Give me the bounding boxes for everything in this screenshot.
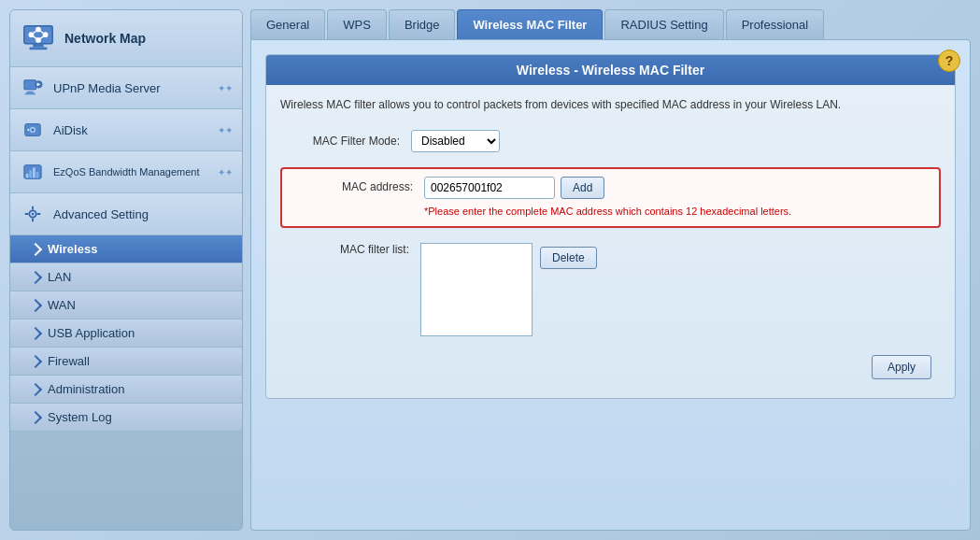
sidebar-item-label-advanced: Advanced Setting [53,207,233,221]
sidebar-item-administration[interactable]: Administration [10,376,242,404]
sidebar-item-ezqos[interactable]: EzQoS Bandwidth Management ✦✦ [10,151,242,193]
svg-rect-2 [30,48,48,50]
mac-filter-list-box[interactable] [420,243,533,336]
admin-arrow-icon [29,382,42,395]
sidebar-item-label-usb: USB Application [48,326,233,340]
aidisk-icon [20,117,46,143]
mac-error-text: *Please enter the complete MAC address w… [424,205,791,219]
tab-professional[interactable]: Professional [726,9,825,39]
tab-general[interactable]: General [250,9,325,39]
sidebar-item-label-network-map: Network Map [64,31,146,46]
svg-point-18 [32,129,35,132]
sidebar-item-advanced-setting[interactable]: Advanced Setting [10,193,242,235]
inner-panel: Wireless - Wireless MAC Filter Wireless … [265,54,956,399]
svg-rect-11 [24,80,36,90]
tab-radius-setting[interactable]: RADIUS Setting [604,9,723,39]
wan-arrow-icon [29,298,42,311]
sidebar-item-label-lan: LAN [48,270,233,284]
panel-title: Wireless - Wireless MAC Filter [266,55,955,85]
mac-filter-mode-select[interactable]: Disabled Accept Reject [411,130,500,152]
mac-address-row: MAC address: Add *Please enter the compl… [280,167,941,228]
apply-button[interactable]: Apply [872,355,931,379]
svg-rect-13 [25,93,36,95]
sidebar-item-firewall[interactable]: Firewall [10,348,242,376]
svg-rect-22 [29,170,32,178]
svg-rect-1 [33,44,43,48]
content-panel: ? Wireless - Wireless MAC Filter Wireles… [250,39,971,531]
mac-address-label: MAC address: [293,177,424,193]
delete-button[interactable]: Delete [540,247,597,269]
mac-input-area: Add *Please enter the complete MAC addre… [424,177,791,219]
svg-rect-24 [36,172,39,178]
ezqos-stars: ✦✦ [218,167,233,178]
sidebar-item-label-wireless: Wireless [48,242,233,256]
syslog-arrow-icon [29,410,42,423]
usb-arrow-icon [29,326,42,339]
mac-input-row: Add [424,177,791,199]
tabs-bar: General WPS Bridge Wireless MAC Filter R… [250,9,971,39]
sidebar-item-label-upnp: UPnP Media Server [53,81,210,95]
upnp-stars: ✦✦ [218,83,233,93]
mac-filter-list-label: MAC filter list: [290,243,420,256]
sidebar-item-label-firewall: Firewall [48,354,233,368]
ezqos-icon [20,159,46,185]
sidebar-item-wan[interactable]: WAN [10,291,242,320]
sidebar-item-upnp[interactable]: UPnP Media Server ✦✦ [10,67,242,109]
upnp-icon [20,75,46,101]
main-content: General WPS Bridge Wireless MAC Filter R… [250,9,971,531]
lan-arrow-icon [29,270,42,283]
svg-rect-23 [33,167,36,178]
sidebar-item-usb-application[interactable]: USB Application [10,320,242,348]
add-button[interactable]: Add [561,177,604,199]
aidisk-stars: ✦✦ [218,125,233,135]
mac-list-area: Delete [420,243,597,336]
sidebar-item-label-ezqos: EzQoS Bandwidth Management [53,166,210,178]
firewall-arrow-icon [29,354,42,367]
sidebar-item-aidisk[interactable]: AiDisk ✦✦ [10,109,242,151]
sidebar-item-network-map[interactable]: Network Map [10,10,242,67]
tools-icon [20,201,46,227]
help-icon[interactable]: ? [938,50,960,72]
mac-filter-mode-row: MAC Filter Mode: Disabled Accept Reject [280,124,941,158]
network-map-icon [20,20,57,57]
sidebar-item-label-aidisk: AiDisk [53,123,210,137]
sidebar-item-wireless[interactable]: Wireless [10,235,242,263]
mac-filter-list-row: MAC filter list: Delete [280,237,941,342]
sidebar-item-system-log[interactable]: System Log [10,404,242,432]
mac-filter-mode-label: MAC Filter Mode: [280,135,411,148]
tab-wps[interactable]: WPS [327,9,387,39]
mac-address-input[interactable] [424,177,555,199]
tab-wireless-mac-filter[interactable]: Wireless MAC Filter [457,9,603,39]
sidebar-item-label-wan: WAN [48,298,233,312]
tab-bridge[interactable]: Bridge [389,9,456,39]
sidebar-item-label-admin: Administration [48,382,233,396]
svg-point-19 [28,129,30,131]
panel-body: Wireless MAC filter allows you to contro… [266,85,955,398]
wireless-arrow-icon [29,242,42,255]
apply-row: Apply [280,351,941,387]
panel-description: Wireless MAC filter allows you to contro… [280,96,941,113]
svg-rect-21 [26,174,29,178]
sidebar-item-label-syslog: System Log [48,410,233,424]
sidebar-item-lan[interactable]: LAN [10,263,242,291]
sidebar: Network Map UPnP Media Server ✦✦ [9,9,243,531]
svg-point-26 [32,213,35,216]
mac-filter-mode-control: Disabled Accept Reject [411,130,931,152]
svg-rect-12 [27,92,34,93]
